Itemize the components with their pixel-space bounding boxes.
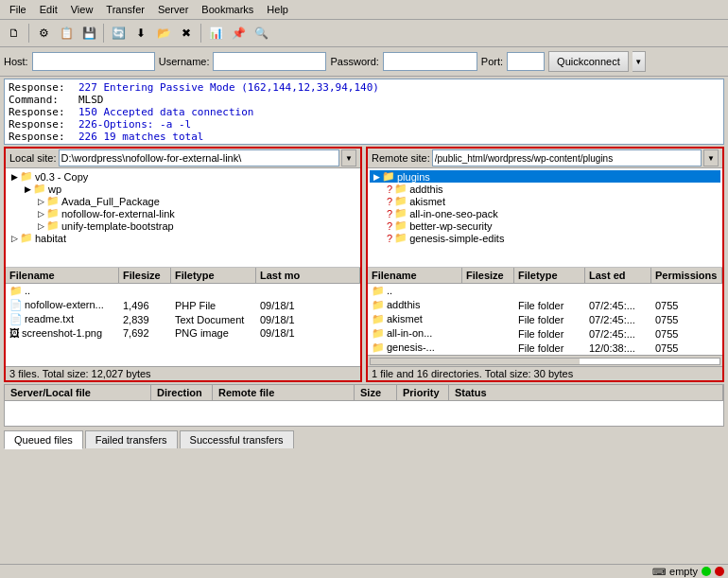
remote-col-lastedited[interactable]: Last ed [585,268,651,283]
queue-col-priority[interactable]: Priority [397,385,449,400]
remote-tree-item-5[interactable]: ? 📁 genesis-simple-edits [370,232,720,244]
remote-col-permissions[interactable]: Permissions [651,268,722,283]
toolbar-cancel-btn[interactable]: ✖ [176,23,197,44]
queue-col-size[interactable]: Size [355,385,397,400]
password-input[interactable] [383,52,477,71]
log-row-4: Response: 226 19 matches total [9,131,719,143]
remote-file-row-0[interactable]: 📁.. [368,284,722,298]
log-label-4: Response: [9,131,75,143]
quickconnect-dropdown[interactable]: ▼ [633,51,646,72]
remote-site-dropdown[interactable]: ▼ [703,149,719,166]
queue-col-direction[interactable]: Direction [151,385,213,400]
queue-col-status[interactable]: Status [449,385,723,400]
local-file-list-body[interactable]: 📁.. 📄nofollow-extern... 1,496 PHP File 0… [6,284,360,366]
port-label: Port: [481,56,503,67]
log-value-0: 227 Entering Passive Mode (162,144,12,33… [78,81,379,94]
toolbar-sep-2 [103,24,104,43]
port-input[interactable] [507,52,545,71]
queue-section: Server/Local file Direction Remote file … [4,384,724,427]
username-input[interactable] [213,52,326,71]
log-label-2: Response: [9,106,75,118]
queue-col-server-local[interactable]: Server/Local file [5,385,151,400]
local-col-filename[interactable]: Filename [6,268,119,283]
remote-file-row-1[interactable]: 📁addthis File folder 07/2:45:... 0755 [368,298,722,312]
toolbar-open-btn[interactable]: 📂 [153,23,174,44]
remote-hscrollbar[interactable] [368,355,722,366]
local-tree[interactable]: ▶ 📁 v0.3 - Copy ▶ 📁 wp ▷ 📁 Avada_Full_Pa… [6,168,360,268]
queue-col-remote-file[interactable]: Remote file [213,385,355,400]
local-file-list: Filename Filesize Filetype Last mo 📁.. 📄… [6,268,360,366]
queue-col-headers: Server/Local file Direction Remote file … [4,384,724,400]
remote-site-input[interactable] [432,149,702,166]
remote-file-row-3[interactable]: 📁all-in-on... File folder 07/2:45:... 07… [368,326,722,341]
remote-col-filetype[interactable]: Filetype [514,268,585,283]
queue-body [4,400,724,427]
tab-successful-transfers[interactable]: Successful transfers [180,430,294,448]
local-file-row-3[interactable]: 🖼screenshot-1.png 7,692 PNG image 09/18/… [6,326,360,340]
local-tree-item-2[interactable]: ▷ 📁 Avada_Full_Package [8,195,358,207]
menu-file[interactable]: File [4,2,32,17]
remote-tree[interactable]: ▶ 📁 plugins ? 📁 addthis ? 📁 akismet [368,168,722,268]
local-tree-item-3[interactable]: ▷ 📁 nofollow-for-external-link [8,207,358,219]
menu-transfer[interactable]: Transfer [100,2,150,17]
remote-file-list-body[interactable]: 📁.. 📁addthis File folder 07/2:45:... 075… [368,284,722,355]
toolbar-btn-1[interactable]: ⚙ [33,23,54,44]
toolbar-stop-btn[interactable]: ⬇ [130,23,151,44]
remote-tree-item-1[interactable]: ? 📁 addthis [370,183,720,195]
local-col-filetype[interactable]: Filetype [171,268,256,283]
toolbar-refresh-btn[interactable]: 🔄 [108,23,129,44]
local-file-row-1[interactable]: 📄nofollow-extern... 1,496 PHP File 09/18… [6,298,360,312]
local-col-filesize[interactable]: Filesize [119,268,171,283]
toolbar-pin-btn[interactable]: 📌 [228,23,249,44]
username-label: Username: [159,56,210,67]
menu-help[interactable]: Help [261,2,294,17]
toolbar-transfer-btn[interactable]: 📊 [205,23,226,44]
toolbar-sep-1 [28,24,29,43]
tab-queued-files[interactable]: Queued files [4,430,83,449]
remote-site-label: Remote site: [372,152,430,164]
remote-tree-item-3[interactable]: ? 📁 all-in-one-seo-pack [370,207,720,219]
local-site-input[interactable] [59,149,339,166]
remote-file-row-4[interactable]: 📁genesis-... File folder 12/0:38:... 075… [368,341,722,355]
local-file-row-0[interactable]: 📁.. [6,284,360,298]
toolbar-sep-3 [200,24,201,43]
log-row-2: Response: 150 Accepted data connection [9,106,719,118]
remote-tree-item-2[interactable]: ? 📁 akismet [370,195,720,207]
toolbar-btn-3[interactable]: 💾 [78,23,99,44]
local-site-label: Local site: [9,152,57,164]
local-tree-item-5[interactable]: ▷ 📁 habitat [8,232,358,244]
local-tree-item-1[interactable]: ▶ 📁 wp [8,183,358,195]
menu-server[interactable]: Server [152,2,194,17]
menu-edit[interactable]: Edit [34,2,63,17]
remote-tree-item-0[interactable]: ▶ 📁 plugins [370,170,720,183]
local-panel: Local site: ▼ ▶ 📁 v0.3 - Copy ▶ 📁 wp [4,147,362,382]
host-input[interactable] [32,52,155,71]
password-label: Password: [330,56,378,67]
local-tree-item-0[interactable]: ▶ 📁 v0.3 - Copy [8,170,358,183]
log-row-1: Command: MLSD [9,94,719,106]
local-file-list-header: Filename Filesize Filetype Last mo [6,268,360,284]
tab-failed-transfers[interactable]: Failed transfers [85,430,178,448]
bottom-status-bar: ⌨ empty [0,564,728,578]
log-panel: Response: 227 Entering Passive Mode (162… [4,79,724,145]
menu-bookmarks[interactable]: Bookmarks [196,2,259,17]
local-panel-status: 3 files. Total size: 12,027 bytes [6,366,360,380]
toolbar-new-btn[interactable]: 🗋 [4,23,25,44]
toolbar-btn-2[interactable]: 📋 [56,23,77,44]
local-site-dropdown[interactable]: ▼ [341,149,356,166]
local-tree-item-4[interactable]: ▷ 📁 unify-template-bootstrap [8,219,358,232]
log-row-3: Response: 226-Options: -a -l [9,118,719,131]
menu-view[interactable]: View [65,2,99,17]
remote-col-filename[interactable]: Filename [368,268,462,283]
toolbar-search-btn[interactable]: 🔍 [251,23,271,44]
remote-file-list: Filename Filesize Filetype Last ed Permi… [368,268,722,355]
local-file-row-2[interactable]: 📄readme.txt 2,839 Text Document 09/18/1 [6,312,360,326]
quickconnect-button[interactable]: Quickconnect [548,51,629,72]
remote-tree-item-4[interactable]: ? 📁 better-wp-security [370,219,720,232]
remote-col-filesize[interactable]: Filesize [462,268,514,283]
led-green [702,567,711,576]
remote-file-row-2[interactable]: 📁akismet File folder 07/2:45:... 0755 [368,312,722,326]
log-label-5: Status: [9,143,75,145]
local-col-lastmod[interactable]: Last mo [256,268,360,283]
keyboard-icon: ⌨ [652,567,666,577]
